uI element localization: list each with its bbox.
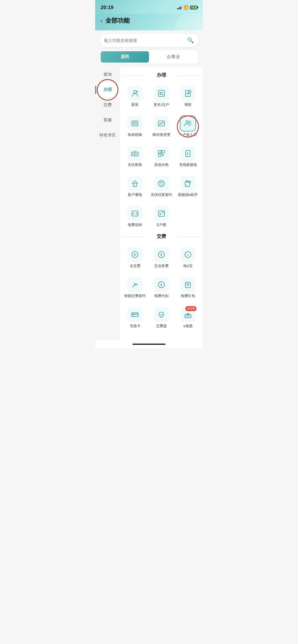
energy-assist-label: 新能源e助手 — [178, 193, 198, 197]
item-pay-plate[interactable]: 交费盘 — [149, 304, 174, 332]
svg-rect-29 — [186, 150, 190, 157]
recharge-label: 充值卡 — [130, 324, 140, 328]
item-charging-pile[interactable]: 充电桩接电 — [176, 143, 200, 171]
item-e-benefit[interactable]: e 送电费 e值惠 — [176, 304, 200, 332]
go-pay-label: 去交费 — [130, 264, 140, 268]
item-solar-install[interactable]: 光伏新装 — [123, 143, 147, 171]
sidebar-item-query[interactable]: 查询 — [95, 67, 120, 82]
item-fee-redpack[interactable]: ¥ 电费红包 — [176, 274, 200, 302]
home-power-icon — [127, 176, 142, 191]
svg-text:¥: ¥ — [160, 253, 162, 257]
item-biz-fee[interactable]: ¥ 交业务费 — [149, 244, 174, 272]
rename-icon — [154, 86, 169, 101]
sidebar-item-handle[interactable]: 办理 — [95, 82, 120, 97]
header: ‹ 全部功能 — [95, 14, 203, 30]
e-benefit-badge: 送电费 — [185, 306, 196, 311]
other-icon — [154, 146, 169, 161]
transfer-icon — [127, 206, 142, 221]
sidebar-item-special[interactable]: 特色专区 — [95, 128, 120, 143]
smart-contract-label: 智能交费签约 — [124, 294, 146, 298]
meter-icon — [127, 116, 142, 131]
smart-contract-icon — [127, 277, 142, 292]
energy-assist-icon: e — [180, 176, 195, 191]
new-connect-label: 新户通电 — [128, 193, 142, 197]
sidebar-item-service[interactable]: 客服 — [95, 112, 120, 128]
content-area: 办理 新装 — [120, 67, 203, 340]
item-peak-valley[interactable]: 峰谷电变更 — [149, 113, 174, 141]
svg-text:E: E — [159, 212, 161, 215]
item-e-account[interactable]: E e E户通 — [149, 203, 174, 231]
pay-plate-label: 交费盘 — [156, 324, 167, 328]
status-bar: 20:19 📶 ⚡ — [95, 0, 203, 14]
e-account-icon: E e — [154, 206, 169, 221]
sidebar-item-payment[interactable]: 交费 — [95, 97, 120, 112]
item-rename-transfer[interactable]: 更名/过户 — [149, 83, 174, 111]
svg-text:e: e — [186, 184, 187, 186]
item-recharge-card[interactable]: 充值卡 — [123, 304, 147, 332]
search-input[interactable] — [104, 38, 187, 43]
signal-icon — [177, 6, 182, 9]
meter-label: 电表校验 — [128, 133, 142, 137]
e-benefit-wrapper: e 送电费 — [180, 307, 195, 322]
svg-point-31 — [158, 180, 164, 187]
new-install-label: 新装 — [131, 103, 139, 107]
pay-plate-icon — [154, 307, 169, 322]
capacity-icon — [180, 86, 195, 101]
svg-rect-14 — [158, 121, 164, 126]
search-bar[interactable]: 🔍 — [100, 34, 198, 47]
tab-residents[interactable]: 居民 — [101, 51, 149, 63]
svg-rect-25 — [162, 150, 164, 153]
section-title-handle: 办理 — [123, 72, 200, 78]
item-e-treasure[interactable]: e 电e宝 — [176, 244, 200, 272]
svg-text:¥: ¥ — [187, 283, 189, 287]
solar-sign-icon — [154, 176, 169, 191]
e-treasure-icon: e — [180, 247, 195, 262]
payment-grid: ¥ 去交费 ¥ 交业务费 — [123, 244, 200, 332]
category-tabs: 居民 企事业 — [100, 50, 198, 64]
item-one-multi[interactable]: 一户多人口 — [176, 113, 200, 141]
item-fee-transfer[interactable]: 电费划转 — [123, 203, 147, 231]
fee-deduct-label: 电费代扣 — [154, 294, 169, 298]
item-capacity[interactable]: 增容 — [176, 83, 200, 111]
tab-enterprise[interactable]: 企事业 — [149, 51, 197, 63]
solar-icon — [127, 146, 142, 161]
peak-icon — [154, 116, 169, 131]
biz-fee-icon: ¥ — [154, 247, 169, 262]
charging-label: 充电桩接电 — [179, 163, 197, 167]
home-bar — [95, 340, 203, 348]
svg-point-32 — [161, 182, 162, 183]
item-solar-settle[interactable]: 光伏结算签约 — [149, 173, 174, 201]
e-treasure-label: 电e宝 — [183, 264, 192, 268]
search-icon: 🔍 — [187, 37, 194, 44]
item-smart-contract[interactable]: 智能交费签约 — [123, 274, 147, 302]
item-new-connect[interactable]: 新户通电 — [123, 173, 147, 201]
svg-text:¥: ¥ — [134, 253, 136, 257]
item-go-pay[interactable]: ¥ 去交费 — [123, 244, 147, 272]
status-icons: 📶 ⚡ — [177, 5, 197, 10]
time-display: 20:19 — [101, 5, 113, 10]
back-button[interactable]: ‹ — [101, 18, 103, 24]
main-layout: 查询 办理 交费 客服 特色专区 办理 — [95, 67, 203, 340]
svg-text:¥: ¥ — [160, 283, 162, 287]
svg-point-15 — [186, 121, 188, 123]
item-new-install[interactable]: 新装 — [123, 83, 147, 111]
new-install-icon — [127, 86, 142, 101]
capacity-label: 增容 — [184, 103, 191, 107]
battery-icon: ⚡ — [190, 6, 197, 9]
svg-rect-54 — [132, 313, 138, 317]
item-new-energy[interactable]: e 新能源e助手 — [176, 173, 200, 201]
item-fee-deduct[interactable]: ¥ 电费代扣 — [149, 274, 174, 302]
red-pack-icon: ¥ — [180, 277, 195, 292]
biz-fee-label: 交业务费 — [154, 264, 169, 268]
e-benefit-label: e值惠 — [183, 324, 192, 328]
svg-rect-24 — [158, 150, 161, 153]
handle-grid: 新装 更名/过户 — [123, 83, 200, 230]
svg-text:e: e — [163, 211, 164, 213]
item-other-handle[interactable]: 其他办电 — [149, 143, 174, 171]
item-meter-check[interactable]: 电表校验 — [123, 113, 147, 141]
fee-redpack-label: 电费红包 — [181, 294, 195, 298]
svg-rect-26 — [158, 154, 161, 157]
home-indicator — [132, 344, 166, 345]
solar-settle-label: 光伏结算签约 — [151, 193, 172, 197]
wifi-icon: 📶 — [184, 5, 188, 10]
